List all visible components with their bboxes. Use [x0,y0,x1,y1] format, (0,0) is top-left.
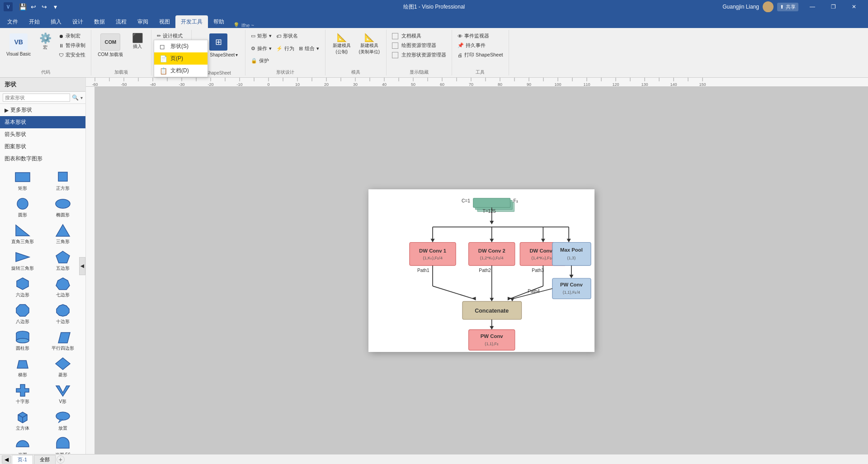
pause-macro-button[interactable]: ⏸ 暂停录制 [57,41,87,50]
shapesheet-page-item[interactable]: 📄 页(P) [154,52,208,65]
shape-pentagon[interactable]: 五边形 [44,248,82,273]
rect-shape-button[interactable]: ▭ 矩形 ▾ [249,32,274,40]
rect-arrow: ▾ [269,33,272,39]
shape-semicircle2[interactable]: 半圆.56 [44,435,82,454]
master-explorer-label: 主控形状资源管理器 [401,52,446,58]
tab-data[interactable]: 数据 [89,15,110,28]
shape-search-input[interactable] [3,94,70,102]
tab-devtools[interactable]: 开发工具 [175,15,208,28]
group-arrow: ▾ [316,46,319,52]
shape-semicircle[interactable]: 半圆 [4,435,42,454]
shape-hexagon[interactable]: 六边形 [4,275,42,300]
new-stencil-us-button[interactable]: 📐 新建模具(美制单位) [356,32,382,57]
shape-name-icon: 🏷 [276,33,281,39]
minimize-button[interactable]: — [802,0,823,14]
doc-stencil-checkbox [392,33,398,39]
addins-group-content: COM COM 加载项 ⬛ 插入 [95,30,147,68]
add-page-button[interactable]: + [57,455,65,464]
shape-cylinder[interactable]: 圆柱形 [4,328,42,353]
design-mode-button[interactable]: ✏ 设计模式 [155,32,188,40]
scroll-left-button[interactable]: ◀ [2,455,11,464]
tab-file[interactable]: 文件 [2,15,24,28]
shape-parallelogram[interactable]: 平行四边形 [44,328,82,353]
shapesheet-doc-item[interactable]: 📋 文档(D) [154,65,208,77]
share-button[interactable]: ⬆ 共享 [777,3,798,11]
master-explorer-button[interactable]: 主控形状资源管理器 [390,51,448,59]
quick-access-more[interactable]: ▾ [51,2,60,11]
shape-octagon[interactable]: 八边形 [4,302,42,327]
category-basic-shapes[interactable]: 基本形状 [0,116,85,128]
undo-button[interactable]: ↩ [29,2,38,11]
drawing-page[interactable]: C=1 F₂ T=125 [368,189,594,352]
parallelogram-label: 平行四边形 [52,345,74,352]
tab-design[interactable]: 设计 [67,15,89,28]
tab-start[interactable]: 开始 [24,15,45,28]
tab-process[interactable]: 流程 [110,15,132,28]
doc-stencil-label: 文档模具 [401,33,421,39]
shape-circle[interactable]: 圆形 [4,195,42,220]
search-box-tab[interactable]: 💡 Ifhe ~ [233,22,254,28]
category-chart-shapes[interactable]: 图表和数字图形 [0,153,85,165]
behavior-button[interactable]: ⚡ 行为 [274,44,296,53]
shape-decagon[interactable]: 十边形 [44,302,82,327]
new-stencil-metric-button[interactable]: 📐 新建模具(公制) [329,32,354,57]
search-icon[interactable]: 🔍 [72,94,79,101]
category-diagram-shapes[interactable]: 图案形状 [0,141,85,153]
print-shapesheet-button[interactable]: 🖨 打印 ShapeSheet [456,51,505,59]
insert-addin-button[interactable]: ⬛ 插入 [127,32,147,52]
macro-security-button[interactable]: 🛡 宏安全性 [57,51,87,59]
search-dropdown-icon[interactable]: ▾ [80,95,83,100]
svg-marker-13 [57,305,69,316]
svg-text:C=1: C=1 [462,198,470,203]
category-more-shapes[interactable]: ▶ 更多形状 [0,104,85,116]
shape-rect[interactable]: 矩形 [4,169,42,193]
record-macro-button[interactable]: ⏺ 录制宏 [57,32,87,40]
tab-review[interactable]: 审阅 [132,15,154,28]
doc-stencil-button[interactable]: 文档模具 [390,32,448,40]
shape-right-triangle[interactable]: 直角三角形 [4,222,42,247]
shape-trapezoid[interactable]: 梯形 [4,355,42,380]
redo-button[interactable]: ↪ [40,2,49,11]
category-arrow-shapes[interactable]: 箭头形状 [0,128,85,141]
macro-button[interactable]: ⚙️ 宏 [35,32,55,52]
save-button[interactable]: 💾 [18,2,27,11]
group-button[interactable]: ⊞ 组合 ▾ [297,44,321,53]
page-tab-all[interactable]: 全部 [34,455,56,464]
cylinder-label: 圆柱形 [16,345,29,352]
shape-rot-triangle[interactable]: 旋转三角形 [4,248,42,273]
event-monitor-button[interactable]: 👁 事件监视器 [456,32,505,40]
canvas-content[interactable]: C=1 F₂ T=125 [95,87,868,454]
shape-square[interactable]: 正方形 [44,169,82,193]
user-avatar[interactable] [763,1,774,12]
shape-cross[interactable]: 十字形 [4,382,42,407]
shape-triangle[interactable]: 三角形 [44,222,82,247]
restore-button[interactable]: ❐ [823,0,844,14]
shapesheet-shape-item[interactable]: ◻ 形状(S) [154,40,208,52]
tab-view[interactable]: 视图 [154,15,175,28]
page-item-label: 页(P) [170,55,183,62]
tools-group-content: 👁 事件监视器 📌 持久事件 🖨 打印 ShapeSheet [456,30,505,68]
svg-text:DW Conv 2: DW Conv 2 [478,248,505,253]
shape-cube[interactable]: 立方体 [4,408,42,433]
operations-button[interactable]: ⚙ 操作 ▾ [249,44,274,53]
drawing-explorer-button[interactable]: 绘图资源管理器 [390,41,448,50]
shape-vshape[interactable]: V形 [44,382,82,407]
visual-basic-button[interactable]: VB Visual Basic [4,32,33,58]
shape-callout[interactable]: 放置 [44,408,82,433]
shape-ellipse[interactable]: 椭圆形 [44,195,82,220]
protect-button[interactable]: 🔒 保护 [249,56,271,65]
shape-search-box[interactable]: 🔍 ▾ [0,92,85,104]
com-addin-button[interactable]: COM COM 加载项 [95,32,126,60]
shape-diamond[interactable]: 菱形 [44,355,82,380]
page-tab-1[interactable]: 页-1 [12,455,33,464]
rect-label: 矩形 [257,33,267,39]
bottom-area: ◀ 页-1 全部 + 页面 1/1 简体中文(中国大陆) ♿ ⊡ ⊞ 2035% [0,454,868,464]
shape-heptagon[interactable]: 七边形 [44,275,82,300]
tab-help[interactable]: 帮助 [208,15,230,28]
canvas-area[interactable]: // Ruler ticks will be drawn via JS belo… [86,78,868,454]
shape-name-button[interactable]: 🏷 形状名 [274,32,300,40]
close-button[interactable]: ✕ [844,0,864,14]
tab-insert[interactable]: 插入 [45,15,67,28]
collapse-panel-button[interactable]: ◀ [79,257,85,275]
persistent-events-button[interactable]: 📌 持久事件 [456,41,505,50]
